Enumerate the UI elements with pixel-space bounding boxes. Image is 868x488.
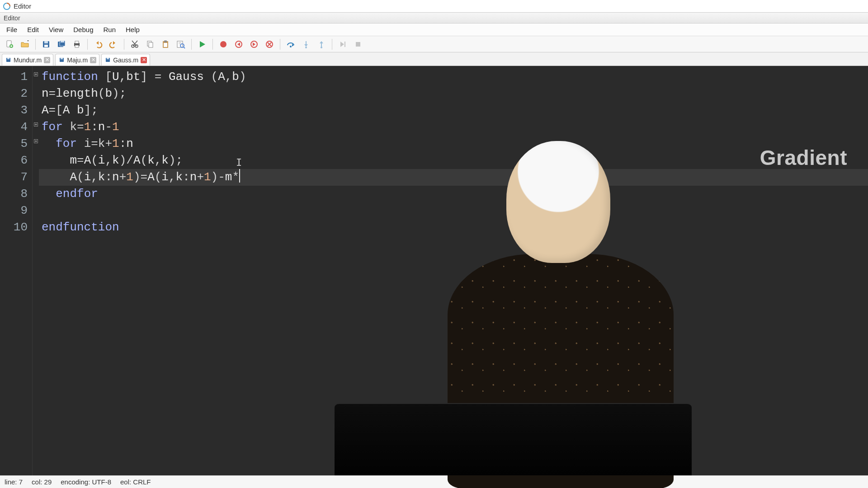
file-tab[interactable]: Gauss.m✕ <box>101 54 150 66</box>
line-number: 1 <box>0 69 28 85</box>
status-encoding: encoding: UTF-8 <box>61 478 111 486</box>
toolbar-separator <box>191 39 192 50</box>
line-number: 9 <box>0 202 28 219</box>
fold-marker[interactable] <box>33 116 39 133</box>
breakpoint-next-icon[interactable] <box>247 38 261 51</box>
print-icon[interactable] <box>70 38 84 51</box>
tab-close-icon[interactable]: ✕ <box>141 57 147 63</box>
menu-edit[interactable]: Edit <box>23 24 43 35</box>
code-line[interactable] <box>39 202 868 219</box>
save-icon <box>5 57 11 63</box>
menu-file[interactable]: File <box>2 24 22 35</box>
find-replace-icon[interactable] <box>174 38 188 51</box>
svg-point-34 <box>305 47 307 48</box>
code-line[interactable]: A(i,k:n+1)=A(i,k:n+1)-m* <box>39 169 868 186</box>
window-title: Editor <box>14 2 31 10</box>
menubar: FileEditViewDebugRunHelp <box>0 23 868 36</box>
fold-strip[interactable] <box>33 66 39 475</box>
tab-close-icon[interactable]: ✕ <box>90 57 96 63</box>
svg-rect-43 <box>61 58 63 59</box>
undo-icon[interactable] <box>91 38 105 51</box>
fold-marker <box>33 99 39 116</box>
fold-marker[interactable] <box>33 66 39 83</box>
save-icon <box>104 57 111 63</box>
breakpoint-toggle-icon[interactable] <box>217 38 230 51</box>
svg-point-25 <box>220 41 226 47</box>
code-line[interactable]: endfor <box>39 186 868 202</box>
code-line[interactable]: endfunction <box>39 219 868 236</box>
statusbar: line: 7 col: 29 encoding: UTF-8 eol: CRL… <box>0 475 868 488</box>
fold-marker <box>33 216 39 233</box>
step-out-icon <box>315 38 328 51</box>
line-number: 8 <box>0 186 28 202</box>
save-all-icon[interactable] <box>55 38 68 51</box>
open-folder-icon[interactable] <box>18 38 32 51</box>
svg-marker-33 <box>304 44 308 47</box>
code-line[interactable]: m=A(i,k)/A(k,k);I <box>39 152 868 169</box>
fold-marker <box>33 166 39 183</box>
menu-debug[interactable]: Debug <box>69 24 98 35</box>
svg-point-36 <box>321 47 322 48</box>
toolbar-separator <box>87 39 88 50</box>
line-number: 10 <box>0 219 28 236</box>
toolbar-separator <box>124 39 124 50</box>
toolbar-separator <box>35 39 36 50</box>
code-line[interactable]: n=length(b); <box>39 85 868 102</box>
code-line[interactable]: A=[A b]; <box>39 102 868 119</box>
file-tab-label: Mundur.m <box>14 56 42 64</box>
fold-marker <box>33 150 39 166</box>
toolbar <box>0 36 868 52</box>
fold-marker <box>33 200 39 216</box>
mouse-ibeam-icon: I <box>236 154 242 171</box>
code-line[interactable]: for i=k+1:n <box>39 136 868 152</box>
breakpoint-prev-icon[interactable] <box>232 38 245 51</box>
svg-rect-38 <box>344 42 345 47</box>
breakpoint-clear-icon[interactable] <box>263 38 276 51</box>
code-line[interactable]: function [U,bt] = Gauss (A,b) <box>39 69 868 85</box>
line-number: 4 <box>0 119 28 136</box>
svg-point-32 <box>290 46 292 47</box>
step-into-icon <box>299 38 313 51</box>
svg-marker-27 <box>237 42 240 46</box>
file-tab-label: Gauss.m <box>113 56 138 64</box>
svg-rect-45 <box>107 58 109 59</box>
file-tab[interactable]: Maju.m✕ <box>55 54 99 66</box>
code-editor[interactable]: 12345678910 function [U,bt] = Gauss (A,b… <box>0 66 868 475</box>
toolbar-separator <box>212 39 213 50</box>
toolbar-separator <box>332 39 332 50</box>
line-number: 5 <box>0 136 28 152</box>
svg-marker-35 <box>320 41 323 43</box>
toolbar-separator <box>280 39 280 50</box>
cut-icon[interactable] <box>128 38 142 51</box>
status-col: col: 29 <box>32 478 52 486</box>
editor-label-bar: Editor <box>0 13 868 23</box>
fold-marker[interactable] <box>33 133 39 150</box>
svg-rect-9 <box>61 41 64 42</box>
paste-icon[interactable] <box>159 38 172 51</box>
menu-run[interactable]: Run <box>99 24 120 35</box>
menu-view[interactable]: View <box>44 24 68 35</box>
line-number: 2 <box>0 85 28 102</box>
file-tab[interactable]: Mundur.m✕ <box>2 54 53 66</box>
code-area[interactable]: function [U,bt] = Gauss (A,b)n=length(b)… <box>39 66 868 475</box>
run-icon[interactable] <box>195 38 209 51</box>
svg-rect-11 <box>75 41 79 43</box>
continue-icon <box>336 38 349 51</box>
save-icon[interactable] <box>39 38 53 51</box>
svg-rect-6 <box>44 45 48 47</box>
line-number: 6 <box>0 152 28 169</box>
svg-rect-12 <box>75 45 79 47</box>
redo-icon[interactable] <box>107 38 120 51</box>
step-over-icon[interactable] <box>284 38 297 51</box>
copy-icon[interactable] <box>143 38 157 51</box>
save-icon <box>58 57 65 63</box>
status-line: line: 7 <box>5 478 23 486</box>
file-tab-label: Maju.m <box>67 56 88 64</box>
fold-marker <box>33 83 39 99</box>
svg-marker-13 <box>96 41 99 45</box>
menu-help[interactable]: Help <box>121 24 144 35</box>
new-file-icon[interactable] <box>3 38 16 51</box>
editor-label: Editor <box>4 14 20 22</box>
code-line[interactable]: for k=1:n-1 <box>39 119 868 136</box>
tab-close-icon[interactable]: ✕ <box>44 57 50 63</box>
